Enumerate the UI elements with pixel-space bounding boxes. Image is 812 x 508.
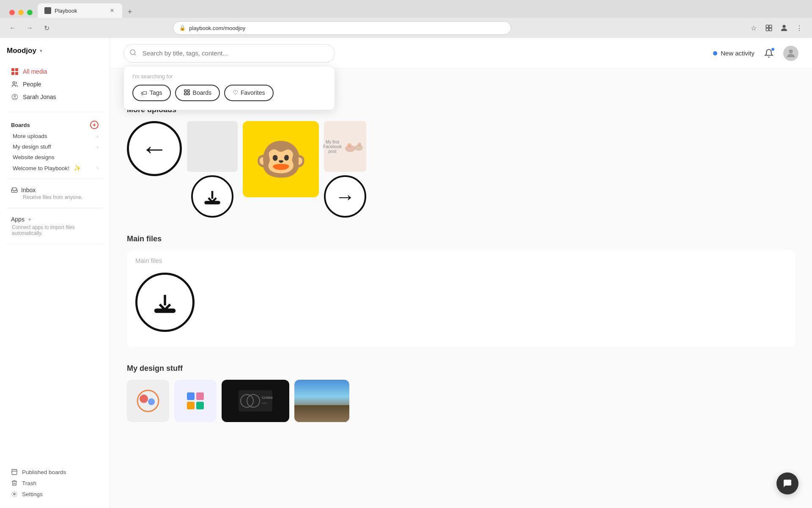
design-item-2[interactable]	[174, 380, 217, 422]
sidebar-item-settings[interactable]: Settings	[7, 489, 103, 500]
facebook-card-text: My first Facebook post	[323, 140, 342, 154]
facebook-post-card[interactable]: My first Facebook post	[324, 121, 366, 172]
placeholder-image[interactable]	[187, 121, 238, 172]
sidebar-item-website-designs[interactable]: Website designs	[7, 152, 103, 163]
close-dot[interactable]	[9, 10, 15, 15]
back-nav-circle[interactable]: ←	[127, 121, 182, 176]
search-input[interactable]	[123, 44, 335, 63]
sidebar-item-trash[interactable]: Trash	[7, 478, 103, 489]
design-item-4[interactable]	[294, 380, 349, 422]
svg-rect-1	[766, 25, 768, 28]
main-area: I'm searching for 🏷 Tags Boards	[110, 38, 812, 508]
search-hint: I'm searching for	[132, 73, 326, 80]
notification-badge	[771, 47, 775, 51]
apps-label: Apps	[11, 216, 25, 223]
inbox-icon	[11, 187, 18, 193]
trash-label: Trash	[22, 480, 36, 486]
sparkle-icon: ✨	[74, 165, 81, 171]
download-circle-large[interactable]	[135, 273, 195, 332]
header-right: New activity	[713, 46, 798, 61]
lock-icon: 🔒	[179, 25, 186, 31]
filter-favorites-label: Favorites	[241, 89, 265, 96]
boards-section-header: Boards +	[7, 117, 103, 131]
notification-button[interactable]	[761, 46, 776, 61]
profile-icon[interactable]	[778, 22, 790, 34]
address-bar[interactable]: 🔒 playbook.com/moodjoy	[173, 21, 511, 35]
sidebar-nav-section: All media People Sarah Jonas	[7, 65, 103, 103]
design-icon-1	[135, 388, 161, 414]
apps-header: Apps +	[11, 216, 99, 223]
design-item-3[interactable]: CONNECT card	[222, 380, 289, 422]
svg-point-21	[358, 143, 361, 146]
svg-rect-22	[156, 310, 175, 312]
sidebar-item-people[interactable]: People	[7, 78, 103, 91]
forward-nav-circle[interactable]: →	[324, 175, 366, 218]
svg-point-8	[14, 95, 16, 97]
inbox-header: Inbox	[11, 187, 99, 193]
welcome-label: Welcome to Playbook!	[13, 165, 69, 171]
svg-rect-15	[187, 93, 189, 95]
sidebar-item-more-uploads[interactable]: More uploads ›	[7, 131, 103, 141]
placeholder-stack	[187, 121, 238, 218]
minimize-dot[interactable]	[18, 10, 24, 15]
browser-tabs: Playbook ✕ +	[0, 0, 812, 18]
chat-button[interactable]	[776, 472, 798, 494]
new-tab-button[interactable]: +	[124, 6, 136, 18]
download-circle-small[interactable]	[191, 175, 233, 218]
menu-icon[interactable]: ⋮	[793, 22, 805, 34]
sidebar-item-my-design-stuff[interactable]: My design stuff ›	[7, 141, 103, 152]
design-icon-3: CONNECT card	[239, 390, 272, 411]
more-uploads-section: More uploads ←	[127, 105, 795, 218]
svg-rect-9	[12, 469, 17, 475]
svg-rect-29	[196, 402, 204, 409]
extensions-icon[interactable]	[763, 22, 775, 34]
inbox-description: Receive files from anyone.	[11, 194, 99, 200]
trash-icon	[11, 480, 18, 486]
back-arrow-item[interactable]: ←	[127, 121, 182, 176]
sidebar-item-inbox[interactable]: Inbox Receive files from anyone.	[7, 184, 103, 203]
design-item-1[interactable]	[127, 380, 169, 422]
browser-chrome: Playbook ✕ + ← → ↻ 🔒 playbook.com/moodjo…	[0, 0, 812, 38]
sidebar-item-sarah-jonas[interactable]: Sarah Jonas	[7, 91, 103, 103]
filter-tags-label: Tags	[150, 89, 162, 96]
apps-description: Connect apps to import files automatical…	[11, 224, 99, 236]
browser-toolbar: ← → ↻ 🔒 playbook.com/moodjoy ☆ ⋮	[0, 18, 812, 38]
sidebar-divider-1	[7, 112, 103, 112]
add-app-button[interactable]: +	[28, 216, 31, 223]
sidebar-item-published-boards[interactable]: Published boards	[7, 467, 103, 478]
settings-label: Settings	[22, 491, 43, 497]
monkey-card[interactable]: 🐵	[243, 121, 319, 197]
sidebar-divider-3	[7, 208, 103, 208]
app: Moodjoy ▾ All media People	[0, 38, 812, 508]
bookmark-icon[interactable]: ☆	[748, 22, 760, 34]
sidebar-item-welcome[interactable]: Welcome to Playbook! ✨ ›	[7, 163, 103, 174]
sidebar-item-all-media[interactable]: All media	[7, 65, 103, 78]
workspace-header[interactable]: Moodjoy ▾	[7, 47, 103, 55]
filter-tags-button[interactable]: 🏷 Tags	[132, 85, 171, 101]
svg-rect-28	[187, 402, 195, 409]
filter-favorites-button[interactable]: ♡ Favorites	[224, 85, 274, 101]
tab-title: Playbook	[55, 8, 77, 14]
svg-rect-13	[187, 90, 189, 92]
search-container: I'm searching for 🏷 Tags Boards	[123, 44, 335, 63]
download-icon	[203, 187, 222, 206]
filter-boards-button[interactable]: Boards	[175, 85, 220, 101]
boards-label: Boards	[11, 122, 30, 128]
main-files-nested-container: Main files	[127, 250, 795, 347]
back-button[interactable]: ←	[7, 22, 19, 34]
tab-close-button[interactable]: ✕	[109, 7, 115, 14]
avatar[interactable]	[783, 46, 798, 61]
card-illustration	[342, 136, 367, 157]
my-design-stuff-section: My design stuff	[127, 364, 795, 422]
my-design-stuff-heading: My design stuff	[127, 364, 795, 373]
refresh-button[interactable]: ↻	[41, 22, 52, 34]
forward-button[interactable]: →	[24, 22, 36, 34]
browser-tab[interactable]: Playbook ✕	[38, 3, 122, 18]
svg-point-5	[782, 25, 785, 28]
svg-rect-14	[184, 93, 187, 95]
workspace-name: Moodjoy	[7, 47, 36, 55]
maximize-dot[interactable]	[27, 10, 33, 15]
add-board-button[interactable]: +	[90, 121, 99, 129]
new-activity-button[interactable]: New activity	[713, 50, 754, 57]
chevron-right-icon: ›	[97, 133, 99, 139]
